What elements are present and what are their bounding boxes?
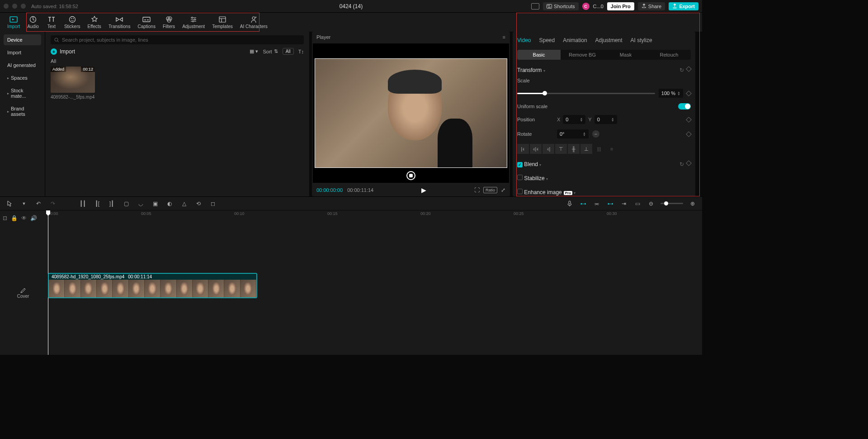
zoom-out-icon[interactable]: ⊖ — [647, 200, 655, 208]
scan-icon[interactable]: ⛶ — [474, 187, 480, 193]
preview-icon[interactable]: ▭ — [633, 200, 642, 208]
all-filter-button[interactable]: All — [283, 48, 294, 55]
position-y-input[interactable]: 0▲▼ — [594, 115, 617, 124]
blend-keyframe-icon[interactable] — [686, 160, 692, 166]
tab-aistylize[interactable]: AI stylize — [631, 35, 652, 45]
sidebar-item-stock[interactable]: Stock mate... — [4, 85, 41, 101]
duplicate-icon[interactable]: ▣ — [151, 200, 159, 208]
shortcuts-button[interactable]: Shortcuts — [543, 2, 578, 10]
delete-icon[interactable]: ▢ — [122, 200, 130, 208]
blend-checkbox-icon[interactable] — [517, 162, 523, 167]
user-avatar-icon[interactable]: C — [582, 3, 590, 10]
minimize-icon[interactable] — [12, 4, 17, 9]
stabilize-title[interactable]: Stabilize ▾ — [517, 175, 548, 181]
align-right-icon[interactable]: ⫞| — [542, 144, 554, 154]
marker-icon[interactable]: ◡ — [137, 200, 145, 208]
text-filter-icon[interactable]: T↕ — [298, 49, 304, 54]
mic-icon[interactable] — [566, 200, 574, 208]
tool-transitions[interactable]: Transitions — [105, 14, 134, 30]
zoom-in-icon[interactable]: ⊕ — [689, 200, 697, 208]
tab-animation[interactable]: Animation — [563, 35, 587, 45]
tool-import[interactable]: Import — [4, 14, 24, 30]
stabilize-checkbox-icon[interactable] — [517, 175, 523, 180]
rotate-flip-button[interactable]: − — [592, 130, 599, 138]
subtab-retouch[interactable]: Retouch — [647, 50, 691, 60]
uniform-scale-toggle[interactable] — [678, 103, 691, 110]
speaker-icon[interactable]: 🔊 — [30, 215, 37, 221]
subtab-basic[interactable]: Basic — [517, 50, 561, 60]
fullscreen-icon[interactable]: ⤢ — [501, 187, 505, 193]
blend-reset-icon[interactable]: ↻ — [679, 161, 684, 167]
scale-input[interactable]: 100 %▲▼ — [659, 89, 683, 98]
sort-button[interactable]: Sort ⇅ — [263, 48, 278, 54]
sidebar-item-spaces[interactable]: Spaces — [4, 72, 41, 83]
align-bottom-icon[interactable]: ⊥ — [580, 144, 592, 154]
position-x-input[interactable]: 0▲▼ — [563, 115, 585, 124]
eye-icon[interactable]: 👁 — [21, 215, 27, 221]
reset-icon[interactable]: ↻ — [679, 67, 684, 73]
track-align-icon[interactable]: ⇥ — [620, 200, 628, 208]
cover-button[interactable]: Cover — [3, 287, 43, 299]
zoom-slider[interactable] — [660, 203, 683, 204]
search-input[interactable]: Search project, subjects in image, lines — [51, 35, 304, 44]
sidebar-item-import[interactable]: Import — [4, 47, 41, 58]
align-left-icon[interactable]: |⫞ — [517, 144, 529, 154]
enhance-checkbox-icon[interactable] — [517, 189, 523, 194]
enhance-title[interactable]: Enhance imagePro ▾ — [517, 189, 576, 196]
tool-effects[interactable]: Effects — [84, 14, 104, 30]
trim-right-icon[interactable]: ]┃ — [108, 200, 116, 208]
export-button[interactable]: Export — [669, 2, 698, 10]
align-top-icon[interactable]: ⊤ — [555, 144, 567, 154]
tool-filters[interactable]: Filters — [159, 14, 179, 30]
trim-left-icon[interactable]: ┃[ — [93, 200, 101, 208]
snap-icon[interactable]: ▪-▪ — [606, 200, 614, 208]
stepper-icon[interactable]: ▲▼ — [677, 91, 680, 95]
tool-captions[interactable]: Captions — [134, 14, 159, 30]
distribute-h-icon[interactable]: ||| — [593, 144, 605, 154]
rotate-icon[interactable]: ⟲ — [194, 200, 203, 208]
distribute-v-icon[interactable]: ≡ — [606, 144, 618, 154]
view-grid-icon[interactable]: ▦ ▾ — [250, 48, 258, 54]
tab-adjustment[interactable]: Adjustment — [595, 35, 623, 45]
subtab-mask[interactable]: Mask — [604, 50, 647, 60]
rotate-input[interactable]: 0°▲▼ — [557, 129, 589, 138]
crop-icon[interactable]: ◻ — [209, 200, 217, 208]
player-menu-icon[interactable]: ≡ — [503, 34, 505, 40]
split-icon[interactable]: ┃┃ — [79, 200, 87, 208]
tool-aicharacters[interactable]: AI Characters — [236, 14, 271, 30]
rotate-keyframe-icon[interactable] — [686, 131, 692, 137]
position-keyframe-icon[interactable] — [686, 117, 692, 123]
tool-templates[interactable]: Templates — [208, 14, 236, 30]
tab-video[interactable]: Video — [517, 35, 531, 45]
ratio-button[interactable]: Ratio — [483, 187, 497, 193]
link-icon[interactable]: ⫘ — [593, 200, 601, 208]
import-plus-icon[interactable]: + — [51, 48, 57, 55]
timeline-clip[interactable]: 4089582-hd_1920_1080_25fps.mp4 00:00:11:… — [48, 273, 257, 298]
play-button[interactable]: ▶ — [421, 186, 426, 194]
maximize-icon[interactable] — [21, 4, 26, 9]
scale-keyframe-icon[interactable] — [686, 91, 692, 96]
share-button[interactable]: Share — [638, 2, 665, 10]
align-center-h-icon[interactable]: ⫞|⫞ — [530, 144, 542, 154]
track-toggle-icon[interactable]: ⊡ — [3, 215, 7, 221]
sidebar-item-brand[interactable]: Brand assets — [4, 103, 41, 119]
magnet-icon[interactable]: ▪-▪ — [579, 200, 587, 208]
undo-icon[interactable]: ↶ — [34, 200, 42, 208]
chevron-down-icon[interactable]: ▼ — [20, 200, 28, 208]
tool-text[interactable]: Text — [42, 14, 61, 30]
timeline-tracks[interactable]: 00:00 00:05 00:10 00:15 00:20 00:25 00:3… — [46, 210, 702, 355]
layout-icon[interactable] — [531, 3, 539, 10]
media-clip[interactable]: Added 00:12 4089582-..._5fps.mp4 — [51, 67, 95, 100]
scale-slider[interactable] — [517, 93, 655, 94]
tool-audio[interactable]: Audio — [24, 14, 42, 30]
redo-icon[interactable]: ↷ — [49, 200, 57, 208]
tab-speed[interactable]: Speed — [539, 35, 555, 45]
timeline-ruler[interactable]: 00:00 00:05 00:10 00:15 00:20 00:25 00:3… — [46, 210, 702, 220]
tool-stickers[interactable]: Stickers — [61, 14, 84, 30]
close-icon[interactable] — [4, 4, 9, 9]
reverse-icon[interactable]: ◐ — [165, 200, 174, 208]
sidebar-item-device[interactable]: Device — [4, 34, 41, 45]
mirror-icon[interactable]: △ — [180, 200, 188, 208]
join-pro-button[interactable]: Join Pro — [607, 2, 634, 10]
tool-adjustment[interactable]: Adjustment — [179, 14, 208, 30]
